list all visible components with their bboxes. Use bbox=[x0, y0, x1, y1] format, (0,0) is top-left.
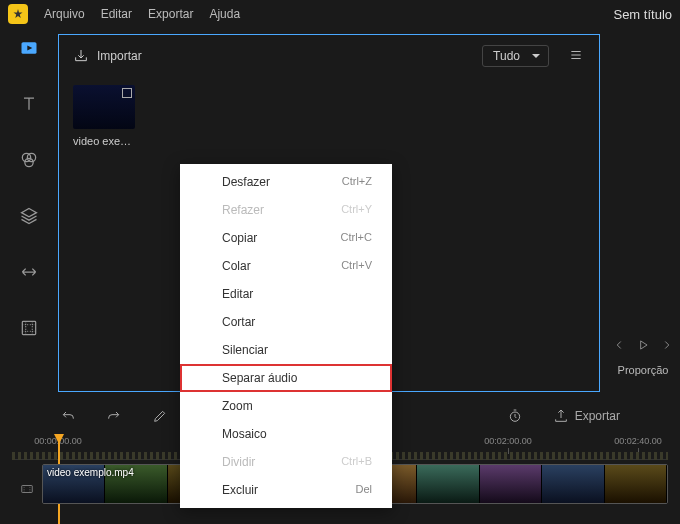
elements-tab-icon[interactable] bbox=[15, 314, 43, 342]
thumb-corner-icon bbox=[122, 88, 132, 98]
ctx-item-cortar[interactable]: Cortar bbox=[180, 308, 392, 336]
app-logo[interactable] bbox=[8, 4, 28, 24]
text-tab-icon[interactable] bbox=[15, 90, 43, 118]
menu-ajuda[interactable]: Ajuda bbox=[209, 7, 240, 21]
track-header-icon[interactable] bbox=[12, 460, 42, 518]
ruler-tick: 00:02:40.00 bbox=[614, 436, 662, 446]
menu-editar[interactable]: Editar bbox=[101, 7, 132, 21]
ctx-item-editar[interactable]: Editar bbox=[180, 280, 392, 308]
media-grid: video exem... bbox=[73, 85, 585, 147]
media-filter-dropdown[interactable]: Tudo bbox=[482, 45, 549, 67]
ctx-shortcut: Ctrl+V bbox=[341, 259, 372, 273]
ctx-shortcut: Ctrl+B bbox=[341, 455, 372, 469]
ctx-label: Silenciar bbox=[222, 343, 268, 357]
media-thumb[interactable]: video exem... bbox=[73, 85, 135, 147]
svg-rect-8 bbox=[22, 486, 33, 493]
ctx-label: Mosaico bbox=[222, 427, 267, 441]
svg-point-4 bbox=[25, 158, 33, 166]
media-header: Importar Tudo bbox=[73, 45, 585, 67]
ctx-item-refazer: RefazerCtrl+Y bbox=[180, 196, 392, 224]
ctx-item-copiar[interactable]: CopiarCtrl+C bbox=[180, 224, 392, 252]
left-toolbar bbox=[0, 28, 58, 398]
document-title: Sem título bbox=[613, 7, 672, 22]
ctx-item-excluir[interactable]: ExcluirDel bbox=[180, 476, 392, 504]
overlay-tab-icon[interactable] bbox=[15, 202, 43, 230]
ctx-shortcut: Ctrl+C bbox=[341, 231, 372, 245]
ctx-item-dividir: DividirCtrl+B bbox=[180, 448, 392, 476]
preview-panel: Proporção bbox=[606, 28, 680, 398]
menu-arquivo[interactable]: Arquivo bbox=[44, 7, 85, 21]
clip-name: video exemplo.mp4 bbox=[47, 467, 134, 478]
thumb-name: video exem... bbox=[73, 135, 135, 147]
edit-icon[interactable] bbox=[152, 408, 168, 424]
menubar: Arquivo Editar Exportar Ajuda Sem título bbox=[0, 0, 680, 28]
ctx-shortcut: Del bbox=[355, 483, 372, 497]
ctx-label: Zoom bbox=[222, 399, 253, 413]
next-frame-icon[interactable] bbox=[660, 338, 674, 356]
timer-icon[interactable] bbox=[507, 408, 523, 424]
import-label: Importar bbox=[97, 49, 142, 63]
svg-marker-6 bbox=[641, 341, 647, 349]
ctx-label: Separar áudio bbox=[222, 371, 297, 385]
ctx-label: Cortar bbox=[222, 315, 255, 329]
ctx-shortcut: Ctrl+Z bbox=[342, 175, 372, 189]
import-button[interactable]: Importar bbox=[73, 48, 142, 64]
ctx-label: Copiar bbox=[222, 231, 257, 245]
filters-tab-icon[interactable] bbox=[15, 146, 43, 174]
ctx-item-colar[interactable]: ColarCtrl+V bbox=[180, 252, 392, 280]
prev-frame-icon[interactable] bbox=[612, 338, 626, 356]
redo-icon[interactable] bbox=[106, 408, 122, 424]
ctx-label: Desfazer bbox=[222, 175, 270, 189]
ctx-label: Colar bbox=[222, 259, 251, 273]
preview-controls bbox=[612, 338, 674, 356]
svg-point-3 bbox=[27, 153, 35, 161]
ctx-item-desfazer[interactable]: DesfazerCtrl+Z bbox=[180, 168, 392, 196]
transition-tab-icon[interactable] bbox=[15, 258, 43, 286]
media-tab-icon[interactable] bbox=[15, 34, 43, 62]
ctx-item-mosaico[interactable]: Mosaico bbox=[180, 420, 392, 448]
menu-exportar[interactable]: Exportar bbox=[148, 7, 193, 21]
context-menu: DesfazerCtrl+ZRefazerCtrl+YCopiarCtrl+CC… bbox=[180, 164, 392, 508]
view-list-icon[interactable] bbox=[567, 48, 585, 65]
ruler-tick: 00:02:00.00 bbox=[484, 436, 532, 446]
ctx-label: Dividir bbox=[222, 455, 255, 469]
undo-icon[interactable] bbox=[60, 408, 76, 424]
aspect-ratio-label[interactable]: Proporção bbox=[618, 364, 669, 376]
ctx-item-silenciar[interactable]: Silenciar bbox=[180, 336, 392, 364]
ctx-label: Excluir bbox=[222, 483, 258, 497]
svg-rect-5 bbox=[22, 321, 35, 334]
ctx-label: Editar bbox=[222, 287, 253, 301]
ctx-item-zoom[interactable]: Zoom bbox=[180, 392, 392, 420]
export-button[interactable]: Exportar bbox=[553, 408, 620, 424]
play-icon[interactable] bbox=[636, 338, 650, 356]
ctx-shortcut: Ctrl+Y bbox=[341, 203, 372, 217]
thumb-preview bbox=[73, 85, 135, 129]
ctx-item-separar-áudio[interactable]: Separar áudio bbox=[180, 364, 392, 392]
ctx-label: Refazer bbox=[222, 203, 264, 217]
